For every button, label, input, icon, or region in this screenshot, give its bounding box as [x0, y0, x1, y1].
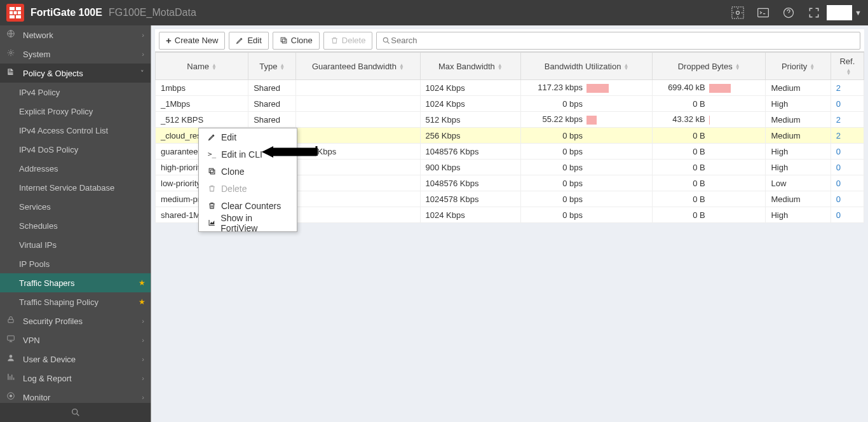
sidebar: Network›System›Policy & Objects˅IPv4 Pol… — [0, 25, 151, 422]
cell-ref[interactable]: 0 — [831, 207, 864, 223]
star-icon: ★ — [139, 297, 146, 306]
sidebar-parent-security-profiles[interactable]: Security Profiles› — [0, 311, 151, 330]
fortigate-logo — [6, 4, 24, 22]
cell-gbw — [296, 160, 420, 175]
sidebar-item-traffic-shaping-policy[interactable]: Traffic Shaping Policy★ — [0, 292, 151, 311]
sort-icon[interactable]: ▲▼ — [623, 64, 628, 70]
cell-ref[interactable]: 2 — [831, 128, 864, 144]
svg-rect-20 — [282, 39, 287, 43]
sort-icon[interactable]: ▲▼ — [399, 64, 404, 70]
cell-name: _512 KBPS — [156, 112, 248, 128]
arrow-annotation — [261, 145, 318, 159]
svg-point-15 — [10, 355, 13, 358]
sidebar-item-addresses[interactable]: Addresses — [0, 159, 151, 178]
sort-icon[interactable]: ▲▼ — [846, 69, 851, 75]
svg-rect-6 — [16, 15, 21, 18]
cell-mbw: 256 Kbps — [420, 128, 521, 144]
sidebar-item-ip-pools[interactable]: IP Pools — [0, 254, 151, 273]
sidebar-item-internet-service-database[interactable]: Internet Service Database — [0, 178, 151, 197]
sidebar-item-ipv-access-control-list[interactable]: IPv4 Access Control List — [0, 121, 151, 140]
chevron-right-icon: › — [142, 374, 144, 382]
cell-priority: High — [766, 96, 831, 112]
table-row[interactable]: _512 KBPSShared512 Kbps55.22 kbps43.32 k… — [156, 112, 864, 128]
chevron-right-icon: › — [142, 393, 144, 401]
column-ref[interactable]: Ref.▲▼ — [831, 53, 864, 80]
sidebar-parent-policy-objects[interactable]: Policy & Objects˅ — [0, 64, 151, 83]
sidebar-item-virtual-ips[interactable]: Virtual IPs — [0, 235, 151, 254]
column-type[interactable]: Type▲▼ — [248, 53, 296, 80]
cell-type: Shared — [248, 80, 296, 96]
cell-type: Shared — [248, 96, 296, 112]
cell-bu: 55.22 kbps — [521, 112, 653, 128]
cell-bu: 0 bps — [521, 144, 653, 160]
ctx-clone[interactable]: Clone — [199, 163, 297, 180]
column-gbw[interactable]: Guaranteed Bandwidth▲▼ — [296, 53, 420, 80]
ctx-show-fortiview[interactable]: Show in FortiView — [199, 214, 297, 231]
settings-wizard-icon[interactable] — [729, 4, 747, 22]
cell-priority: Low — [766, 175, 831, 191]
sort-icon[interactable]: ▲▼ — [498, 64, 503, 70]
cell-bu: 0 bps — [521, 175, 653, 191]
device-hostname: FG100E_MotaData — [109, 7, 196, 18]
fullscreen-icon[interactable] — [805, 4, 823, 22]
globe-icon — [6, 29, 18, 41]
svg-rect-9 — [758, 8, 769, 17]
cell-priority: Medium — [766, 112, 831, 128]
column-db[interactable]: Dropped Bytes▲▼ — [652, 53, 766, 80]
sidebar-item-ipv-policy[interactable]: IPv4 Policy — [0, 83, 151, 102]
chart-icon — [6, 372, 18, 384]
column-bu[interactable]: Bandwidth Utilization▲▼ — [521, 53, 653, 80]
cell-ref[interactable]: 0 — [831, 144, 864, 160]
cell-db: 0 B — [652, 96, 766, 112]
cell-mbw: 1024 Kbps — [420, 207, 521, 223]
sort-icon[interactable]: ▲▼ — [212, 64, 217, 70]
user-menu[interactable]: ▼ — [827, 5, 862, 20]
sidebar-item-traffic-shapers[interactable]: Traffic Shapers★ — [0, 273, 151, 292]
ctx-edit[interactable]: Edit — [199, 128, 297, 146]
search-input[interactable] — [391, 36, 855, 45]
sidebar-parent-user-device[interactable]: User & Device› — [0, 350, 151, 369]
cell-ref[interactable]: 0 — [831, 175, 864, 191]
sidebar-item-schedules[interactable]: Schedules — [0, 216, 151, 235]
sidebar-item-explicit-proxy-policy[interactable]: Explicit Proxy Policy — [0, 102, 151, 121]
cell-ref[interactable]: 0 — [831, 96, 864, 112]
delete-button: Delete — [323, 32, 373, 50]
sidebar-item-ipv-dos-policy[interactable]: IPv4 DoS Policy — [0, 140, 151, 159]
cell-priority: High — [766, 144, 831, 160]
cell-ref[interactable]: 2 — [831, 112, 864, 128]
sort-icon[interactable]: ▲▼ — [735, 64, 740, 70]
cell-ref[interactable]: 0 — [831, 191, 864, 207]
ctx-clear-counters[interactable]: Clear Counters — [199, 197, 297, 214]
sidebar-item-services[interactable]: Services — [0, 197, 151, 216]
cell-gbw — [296, 112, 420, 128]
star-icon: ★ — [139, 278, 146, 287]
sidebar-parent-vpn[interactable]: VPN› — [0, 330, 151, 350]
column-name[interactable]: Name▲▼ — [156, 53, 248, 80]
cell-mbw: 1024 Kbps — [420, 96, 521, 112]
search-box[interactable] — [376, 32, 860, 50]
svg-rect-1 — [16, 7, 21, 10]
cell-priority: Medium — [766, 80, 831, 96]
sidebar-search[interactable] — [0, 403, 151, 422]
cell-ref[interactable]: 0 — [831, 160, 864, 175]
sidebar-parent-network[interactable]: Network› — [0, 25, 151, 44]
cli-console-icon[interactable] — [754, 4, 772, 22]
edit-button[interactable]: Edit — [229, 32, 268, 50]
cell-ref[interactable]: 2 — [831, 80, 864, 96]
column-pr[interactable]: Priority▲▼ — [766, 53, 831, 80]
sort-icon[interactable]: ▲▼ — [810, 64, 815, 70]
cell-gbw — [296, 96, 420, 112]
create-new-button[interactable]: +Create New — [159, 32, 225, 50]
table-row[interactable]: _1MbpsShared1024 Kbps0 bps0 BHigh0 — [156, 96, 864, 112]
cell-priority: Medium — [766, 128, 831, 144]
sort-icon[interactable]: ▲▼ — [280, 64, 285, 70]
cell-db: 0 B — [652, 144, 766, 160]
sidebar-parent-system[interactable]: System› — [0, 44, 151, 64]
chevron-right-icon: › — [142, 31, 144, 39]
cell-priority: High — [766, 160, 831, 175]
column-mbw[interactable]: Max Bandwidth▲▼ — [420, 53, 521, 80]
sidebar-parent-log-report[interactable]: Log & Report› — [0, 369, 151, 388]
clone-button[interactable]: Clone — [273, 32, 320, 50]
help-icon[interactable] — [780, 4, 797, 22]
table-row[interactable]: 1mbpsShared1024 Kbps117.23 kbps699.40 kB… — [156, 80, 864, 96]
